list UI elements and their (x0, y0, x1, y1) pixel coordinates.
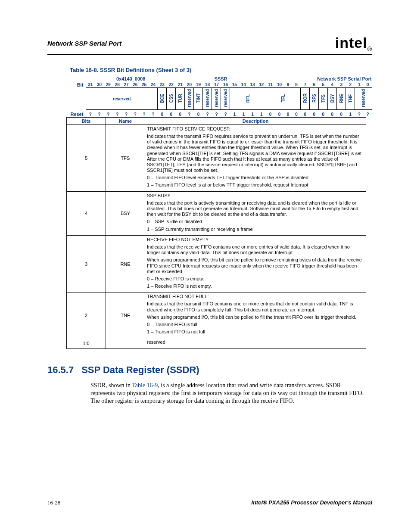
page-footer: 16-28 Intel® PXA255 Processor Developer'… (47, 499, 372, 506)
bit-definition-table: BitsNameDescription5TFSTRANSMIT FIFO SER… (66, 117, 366, 349)
section-heading: 16.5.7 SSP Data Register (SSDR) (47, 364, 372, 376)
table-ref-link[interactable]: Table 16-9 (132, 382, 158, 389)
footer-manual-title: Intel® PXA255 Processor Developer's Manu… (251, 499, 372, 506)
intel-logo: intel® (335, 34, 372, 53)
section-paragraph: SSDR, shown in Table 16-9, is a single a… (90, 382, 366, 405)
page-header: Network SSP Serial Port intel® (47, 34, 372, 55)
section-number: 16.5.7 (47, 364, 74, 376)
table-caption: Table 16-8. SSSR Bit Definitions (Sheet … (70, 67, 372, 73)
section-title: SSP Data Register (SSDR) (81, 364, 199, 376)
header-section-title: Network SSP Serial Port (47, 40, 121, 47)
page-number: 16-28 (47, 499, 60, 506)
register-table-wrapper: 0x4140_0008SSSRNetwork SSP Serial PortBi… (66, 76, 372, 349)
bit-header-table: 0x4140_0008SSSRNetwork SSP Serial PortBi… (66, 76, 372, 117)
